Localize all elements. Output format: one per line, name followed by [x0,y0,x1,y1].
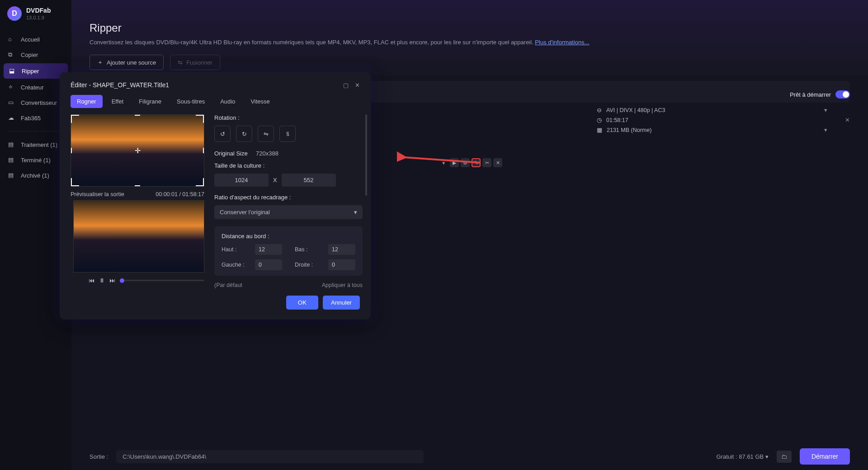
tab-audio[interactable]: Audio [214,95,241,108]
settings-button[interactable]: ⚙ [461,158,470,167]
sidebar-item-copy[interactable]: ⧉Copier [0,47,71,62]
cut-button[interactable]: ✂ [482,158,491,167]
play-controls: ⏮ ⏸ ⏭ [71,277,204,284]
modal-maximize-icon[interactable]: ▢ [343,82,349,89]
cloud-icon: ☁ [8,114,15,122]
logo-icon: D [7,6,22,21]
remove-item-button[interactable]: ✕ [845,117,850,123]
size-row[interactable]: ▦ 2131 MB (Norme) ▾ [597,127,850,133]
tab-subtitles[interactable]: Sous-titres [170,95,211,108]
start-button[interactable]: Démarrer [800,448,850,465]
free-space[interactable]: Gratuit : 87.61 GB ▾ [716,453,768,460]
prev-frame-button[interactable]: ⏮ [89,277,94,284]
crop-center-icon[interactable]: ✛ [135,146,141,155]
disk-icon: ▦ [597,127,602,133]
orig-size-value: 720x388 [256,150,278,157]
home-icon: ⌂ [8,36,15,43]
merge-button[interactable]: ⇆Fusionner [170,55,220,70]
page-title: Ripper [90,22,850,34]
tab-speed[interactable]: Vitesse [244,95,276,108]
next-frame-button[interactable]: ⏭ [109,277,115,284]
rotate-right-button[interactable]: ↻ [236,126,252,142]
star-icon: ✧ [8,84,15,91]
format-row[interactable]: ⊖ AVI | DIVX | 480p | AC3 ▾ [597,107,850,113]
crop-width-input[interactable] [214,174,269,187]
scrollbar[interactable] [365,114,367,196]
merge-icon: ⇆ [178,59,183,66]
folder-icon[interactable]: 🗀 [777,451,792,463]
crop-height-input[interactable] [282,174,336,187]
page-header: Ripper Convertissez les disques DVD/Blu-… [71,0,868,75]
edge-distance-box: Distance au bord : Haut : Bas : Gauche :… [214,226,363,276]
tab-effect[interactable]: Effet [105,95,130,108]
footer: Sortie : C:\Users\kun.wang\.DVDFab64\ Gr… [71,443,868,470]
tab-crop[interactable]: Rogner [71,95,103,108]
app-version: 13.0.1.9 [26,15,51,20]
crop-preview[interactable]: ✛ [71,114,204,187]
seek-slider[interactable] [120,280,204,281]
orig-size-label: Original Size [214,150,250,157]
output-path[interactable]: C:\Users\kun.wang\.DVDFab64\ [116,450,424,463]
chevron-down-icon: ▾ [824,107,827,113]
format-icon: ⊖ [597,107,602,113]
chevron-down-icon: ▾ [354,209,357,216]
duration-row: ◷ 01:58:17 ✕ [597,117,850,123]
rotate-left-button[interactable]: ↺ [214,126,231,142]
delete-button[interactable]: ✕ [493,158,502,167]
edit-button[interactable]: ✎ [472,158,481,167]
item-panel: Prêt à démarrer ⊖ AVI | DIVX | 480p | AC… [597,90,850,136]
copy-icon: ⧉ [8,51,15,58]
aspect-select[interactable]: Conserver l'original ▾ [214,205,363,219]
more-info-link[interactable]: Plus d'informations... [535,39,589,46]
play-button[interactable]: ▶ [450,158,459,167]
add-source-button[interactable]: ＋Ajouter une source [90,55,164,70]
rotation-label: Rotation : [214,114,363,121]
edge-label: Distance au bord : [222,233,355,240]
app-name: DVDFab [26,7,51,14]
page-desc: Convertissez les disques DVD/Blu-ray/4K … [90,39,850,46]
clock-icon: ◷ [597,117,602,123]
edge-right-input[interactable] [328,259,355,270]
flip-horizontal-button[interactable]: ⇋ [258,126,274,142]
logo: D DVDFab 13.0.1.9 [0,0,71,24]
pause-button[interactable]: ⏸ [99,277,105,284]
modal-tabs: Rogner Effet Filigrane Sous-titres Audio… [71,95,360,108]
preview-time: 00:00:01 / 01:58:17 [156,191,204,197]
aspect-label: Ratio d'aspect du recadrage : [214,194,363,201]
chevron-down-icon[interactable]: ▾ [442,160,445,166]
sidebar-item-ripper[interactable]: ⬓Ripper [4,63,68,79]
ready-label: Prêt à démarrer [790,91,831,98]
output-preview [73,200,204,273]
plus-icon: ＋ [97,58,103,66]
chevron-down-icon: ▾ [824,127,827,133]
modal-close-icon[interactable]: ✕ [355,82,360,89]
output-label: Sortie : [90,453,108,460]
edge-left-input[interactable] [255,259,282,270]
modal-title: Éditer - SHAPE_OF_WATER.Title1 [71,81,169,89]
item-action-bar: ▾ ▶ ⚙ ✎ ✂ ✕ [442,158,502,167]
cancel-button[interactable]: Annuler [323,296,360,310]
ready-toggle[interactable] [835,90,850,99]
preview-label: Prévisualiser la sortie [71,191,124,197]
processing-icon: ▤ [8,141,15,148]
settings-column: Rotation : ↺ ↻ ⇋ ⥮ Original Size 720x388… [214,114,363,296]
convert-icon: ▭ [8,99,15,106]
edge-bottom-input[interactable] [328,244,355,255]
edge-top-input[interactable] [255,244,282,255]
flip-vertical-button[interactable]: ⥮ [279,126,296,142]
ripper-icon: ⬓ [9,67,16,75]
preview-column: ✛ Prévisualiser la sortie 00:00:01 / 01:… [71,114,204,296]
edit-modal: Éditer - SHAPE_OF_WATER.Title1 ▢ ✕ Rogne… [60,72,371,320]
apply-all-link[interactable]: Appliquer à tous [322,282,363,288]
sidebar-item-home[interactable]: ⌂Accueil [0,32,71,47]
done-icon: ▤ [8,156,15,164]
archive-icon: ▤ [8,172,15,179]
tab-watermark[interactable]: Filigrane [132,95,168,108]
ok-button[interactable]: OK [286,296,318,310]
default-link[interactable]: (Par défaut [214,282,242,288]
crop-size-label: Taille de la culture : [214,162,363,169]
